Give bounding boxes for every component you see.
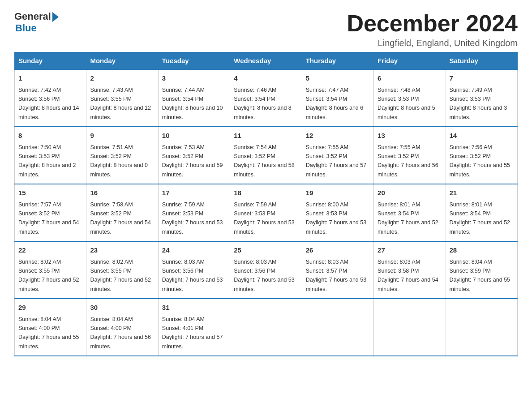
day-info: Sunrise: 8:04 AMSunset: 4:00 PMDaylight:… xyxy=(90,316,151,350)
calendar-cell: 11 Sunrise: 7:54 AMSunset: 3:52 PMDaylig… xyxy=(230,127,302,184)
day-number: 29 xyxy=(18,303,82,313)
day-number: 30 xyxy=(90,303,154,313)
page-title: December 2024 xyxy=(347,11,518,36)
calendar-cell xyxy=(446,299,517,356)
calendar-cell: 2 Sunrise: 7:43 AMSunset: 3:55 PMDayligh… xyxy=(86,69,158,127)
logo-arrow-icon xyxy=(52,12,59,22)
day-number: 16 xyxy=(90,188,154,198)
calendar-cell xyxy=(230,299,302,356)
calendar-cell: 4 Sunrise: 7:46 AMSunset: 3:54 PMDayligh… xyxy=(230,69,302,127)
day-info: Sunrise: 8:01 AMSunset: 3:54 PMDaylight:… xyxy=(378,201,438,235)
header-thursday: Thursday xyxy=(302,52,373,70)
day-number: 20 xyxy=(378,188,442,198)
day-info: Sunrise: 8:02 AMSunset: 3:55 PMDaylight:… xyxy=(18,259,79,292)
day-info: Sunrise: 8:02 AMSunset: 3:55 PMDaylight:… xyxy=(90,259,151,292)
calendar-week-row: 15 Sunrise: 7:57 AMSunset: 3:52 PMDaylig… xyxy=(15,184,518,241)
calendar-cell: 8 Sunrise: 7:50 AMSunset: 3:53 PMDayligh… xyxy=(15,127,86,184)
header-tuesday: Tuesday xyxy=(158,52,230,70)
day-info: Sunrise: 7:48 AMSunset: 3:53 PMDaylight:… xyxy=(378,87,435,120)
calendar-cell: 3 Sunrise: 7:44 AMSunset: 3:54 PMDayligh… xyxy=(158,69,230,127)
day-info: Sunrise: 7:42 AMSunset: 3:56 PMDaylight:… xyxy=(18,87,79,120)
calendar-cell: 29 Sunrise: 8:04 AMSunset: 4:00 PMDaylig… xyxy=(15,299,86,356)
title-area: December 2024 Lingfield, England, United… xyxy=(347,11,518,48)
calendar-cell: 18 Sunrise: 7:59 AMSunset: 3:53 PMDaylig… xyxy=(230,184,302,241)
day-number: 5 xyxy=(306,73,370,84)
day-info: Sunrise: 8:03 AMSunset: 3:56 PMDaylight:… xyxy=(234,259,295,292)
day-info: Sunrise: 7:54 AMSunset: 3:52 PMDaylight:… xyxy=(234,144,295,178)
day-info: Sunrise: 8:04 AMSunset: 4:01 PMDaylight:… xyxy=(162,316,223,350)
day-info: Sunrise: 7:55 AMSunset: 3:52 PMDaylight:… xyxy=(378,144,438,178)
day-number: 17 xyxy=(162,188,226,198)
day-number: 24 xyxy=(162,245,226,256)
day-number: 14 xyxy=(450,131,514,141)
day-info: Sunrise: 8:03 AMSunset: 3:57 PMDaylight:… xyxy=(306,259,367,292)
day-info: Sunrise: 7:53 AMSunset: 3:52 PMDaylight:… xyxy=(162,144,223,178)
day-number: 23 xyxy=(90,245,154,256)
day-info: Sunrise: 7:58 AMSunset: 3:52 PMDaylight:… xyxy=(90,201,151,235)
calendar-table: SundayMondayTuesdayWednesdayThursdayFrid… xyxy=(14,52,518,356)
header-wednesday: Wednesday xyxy=(230,52,302,70)
calendar-week-row: 8 Sunrise: 7:50 AMSunset: 3:53 PMDayligh… xyxy=(15,127,518,184)
day-number: 25 xyxy=(234,245,298,256)
calendar-header-row: SundayMondayTuesdayWednesdayThursdayFrid… xyxy=(15,52,518,70)
day-number: 13 xyxy=(378,131,442,141)
calendar-cell: 25 Sunrise: 8:03 AMSunset: 3:56 PMDaylig… xyxy=(230,241,302,299)
calendar-cell: 26 Sunrise: 8:03 AMSunset: 3:57 PMDaylig… xyxy=(302,241,373,299)
calendar-week-row: 22 Sunrise: 8:02 AMSunset: 3:55 PMDaylig… xyxy=(15,241,518,299)
day-info: Sunrise: 7:47 AMSunset: 3:54 PMDaylight:… xyxy=(306,87,364,120)
calendar-cell: 10 Sunrise: 7:53 AMSunset: 3:52 PMDaylig… xyxy=(158,127,230,184)
calendar-cell xyxy=(374,299,446,356)
day-info: Sunrise: 7:59 AMSunset: 3:53 PMDaylight:… xyxy=(162,201,223,235)
day-number: 6 xyxy=(378,73,442,84)
header-monday: Monday xyxy=(86,52,158,70)
calendar-cell: 12 Sunrise: 7:55 AMSunset: 3:52 PMDaylig… xyxy=(302,127,373,184)
day-number: 2 xyxy=(90,73,154,84)
calendar-cell: 19 Sunrise: 8:00 AMSunset: 3:53 PMDaylig… xyxy=(302,184,373,241)
calendar-cell: 30 Sunrise: 8:04 AMSunset: 4:00 PMDaylig… xyxy=(86,299,158,356)
day-info: Sunrise: 8:04 AMSunset: 3:59 PMDaylight:… xyxy=(450,259,511,292)
header-friday: Friday xyxy=(374,52,446,70)
day-number: 10 xyxy=(162,131,226,141)
day-info: Sunrise: 8:03 AMSunset: 3:58 PMDaylight:… xyxy=(378,259,438,292)
calendar-cell: 24 Sunrise: 8:03 AMSunset: 3:56 PMDaylig… xyxy=(158,241,230,299)
location-subtitle: Lingfield, England, United Kingdom xyxy=(347,38,518,48)
day-info: Sunrise: 7:49 AMSunset: 3:53 PMDaylight:… xyxy=(450,87,507,120)
calendar-cell: 15 Sunrise: 7:57 AMSunset: 3:52 PMDaylig… xyxy=(15,184,86,241)
calendar-cell: 6 Sunrise: 7:48 AMSunset: 3:53 PMDayligh… xyxy=(374,69,446,127)
calendar-week-row: 1 Sunrise: 7:42 AMSunset: 3:56 PMDayligh… xyxy=(15,69,518,127)
page-header: General Blue December 2024 Lingfield, En… xyxy=(14,11,518,48)
day-number: 4 xyxy=(234,73,298,84)
day-info: Sunrise: 7:50 AMSunset: 3:53 PMDaylight:… xyxy=(18,144,76,178)
day-number: 28 xyxy=(450,245,514,256)
day-number: 26 xyxy=(306,245,370,256)
calendar-cell: 22 Sunrise: 8:02 AMSunset: 3:55 PMDaylig… xyxy=(15,241,86,299)
calendar-cell: 21 Sunrise: 8:01 AMSunset: 3:54 PMDaylig… xyxy=(446,184,517,241)
day-number: 9 xyxy=(90,131,154,141)
day-info: Sunrise: 7:43 AMSunset: 3:55 PMDaylight:… xyxy=(90,87,151,120)
calendar-cell: 20 Sunrise: 8:01 AMSunset: 3:54 PMDaylig… xyxy=(374,184,446,241)
day-number: 3 xyxy=(162,73,226,84)
day-number: 19 xyxy=(306,188,370,198)
day-info: Sunrise: 7:44 AMSunset: 3:54 PMDaylight:… xyxy=(162,87,223,120)
logo-general-text: General xyxy=(14,11,51,22)
calendar-cell: 28 Sunrise: 8:04 AMSunset: 3:59 PMDaylig… xyxy=(446,241,517,299)
logo-blue-text: Blue xyxy=(15,22,37,34)
calendar-cell: 1 Sunrise: 7:42 AMSunset: 3:56 PMDayligh… xyxy=(15,69,86,127)
day-info: Sunrise: 8:00 AMSunset: 3:53 PMDaylight:… xyxy=(306,201,367,235)
day-info: Sunrise: 7:46 AMSunset: 3:54 PMDaylight:… xyxy=(234,87,292,120)
day-number: 12 xyxy=(306,131,370,141)
header-saturday: Saturday xyxy=(446,52,517,70)
day-number: 1 xyxy=(18,73,82,84)
day-number: 27 xyxy=(378,245,442,256)
day-number: 15 xyxy=(18,188,82,198)
day-info: Sunrise: 7:55 AMSunset: 3:52 PMDaylight:… xyxy=(306,144,367,178)
day-info: Sunrise: 7:56 AMSunset: 3:52 PMDaylight:… xyxy=(450,144,511,178)
calendar-cell: 5 Sunrise: 7:47 AMSunset: 3:54 PMDayligh… xyxy=(302,69,373,127)
calendar-cell: 7 Sunrise: 7:49 AMSunset: 3:53 PMDayligh… xyxy=(446,69,517,127)
day-number: 18 xyxy=(234,188,298,198)
day-number: 31 xyxy=(162,303,226,313)
day-info: Sunrise: 8:01 AMSunset: 3:54 PMDaylight:… xyxy=(450,201,511,235)
calendar-cell: 14 Sunrise: 7:56 AMSunset: 3:52 PMDaylig… xyxy=(446,127,517,184)
calendar-cell: 27 Sunrise: 8:03 AMSunset: 3:58 PMDaylig… xyxy=(374,241,446,299)
day-info: Sunrise: 7:51 AMSunset: 3:52 PMDaylight:… xyxy=(90,144,148,178)
